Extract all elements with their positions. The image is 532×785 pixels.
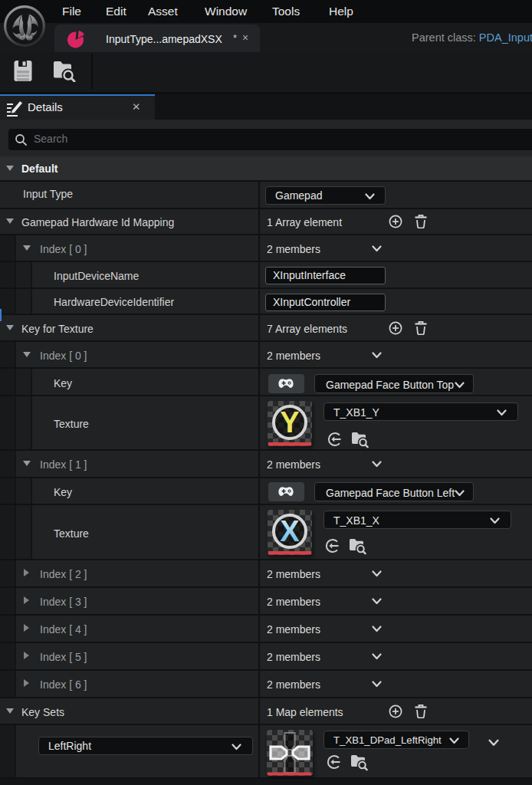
svg-text:Y: Y (280, 406, 299, 438)
svg-text:X: X (280, 515, 300, 547)
